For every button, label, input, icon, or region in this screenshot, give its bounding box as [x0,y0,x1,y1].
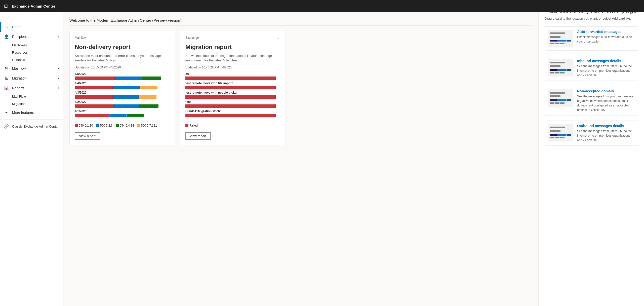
main-content: Welcome to the Modern Exchange Admin Cen… [63,12,538,306]
panel-card-outbound: Outbound messages details See the messag… [545,121,638,146]
ndr-more-button[interactable]: ··· [167,36,170,41]
sidebar-classic-label: Classic Exchange Admin Cent... [12,125,59,128]
ndr-category: Mail flow [75,36,87,40]
reports-icon: 📊 [4,86,9,90]
sidebar-label-more: More features [12,110,59,114]
inbound-info: Inbound messages details See the message… [577,59,635,78]
migration-view-report-button[interactable]: View report [185,132,211,140]
sidebar-item-reports[interactable]: 📊 Reports ∧ [0,83,63,93]
sidebar-item-recipients[interactable]: 👤 Recipients ∨ [0,32,63,42]
sidebar-item-migration[interactable]: ⊞ Migration ∨ [0,73,63,83]
recipients-submenu: Mailboxes Resources Contacts [0,42,63,63]
migration-card: Exchange ··· Migration report Shows the … [180,31,286,145]
app-title: Exchange Admin Center [12,4,55,8]
migration-footer: View report [185,132,280,140]
migration-more-button[interactable]: ··· [277,36,280,41]
non-accepted-thumb [548,89,573,107]
inbound-title[interactable]: Inbound messages details [577,59,635,63]
non-accepted-title[interactable]: Non-accepted domain [577,89,635,93]
chevron-down-icon-2: ∨ [57,67,59,70]
grid-icon[interactable]: ⊞ [4,3,8,9]
sidebar: ☰ ⌂ Home 👤 Recipients ∨ Mailboxes Resour… [0,12,63,306]
sidebar-label-reports: Reports [12,86,54,90]
ndr-footer: View report [75,132,170,140]
hamburger-icon[interactable]: ☰ [0,12,63,22]
sidebar-item-home[interactable]: ⌂ Home [0,22,63,32]
non-accepted-desc: See the messages from your on-premises o… [577,94,635,112]
legend-550-110: 550 5.1.10 [79,124,93,127]
ndr-updated: Updated on 10:15:09 PM 4/6/2020 [75,66,170,69]
outbound-thumb [548,124,573,141]
auto-forwarded-desc: Check messages auto-forwarded outside yo… [577,35,635,44]
outbound-desc: See the messages from Office 365 to the … [577,129,635,142]
legend-failed: Failed [189,124,198,127]
auto-forwarded-info: Auto-forwarded messages Check messages a… [577,30,635,44]
page-welcome: Welcome to the Modern Exchange Admin Cen… [69,18,532,26]
outbound-info: Outbound messages details See the messag… [577,124,635,142]
legend-554-414: 554 5.4.14 [120,124,134,127]
inbound-thumb [548,59,573,76]
legend-550-23: 550 5.2.3 [100,124,113,127]
sidebar-item-mailflow[interactable]: ✉ Mail flow ∨ [0,63,63,73]
ndr-card-header: Mail flow ··· [75,36,170,41]
panel-card-non-accepted: Non-accepted domain See the messages fro… [545,86,638,116]
sidebar-item-resources[interactable]: Resources [12,49,63,56]
reports-submenu: Mail Flow Migration [0,93,63,107]
cards-grid: Mail flow ··· Non-delivery report Shows … [69,31,286,145]
more-icon: ⋯ [4,110,9,115]
chevron-down-icon-3: ∨ [57,77,59,80]
sidebar-item-mailflow-report[interactable]: Mail Flow [12,93,63,100]
sidebar-item-more-features[interactable]: ⋯ More features [0,107,63,117]
classic-icon: 🔗 [4,124,9,129]
sidebar-label-mailflow: Mail flow [12,66,54,70]
migration-category: Exchange [185,36,199,40]
ndr-title: Non-delivery report [75,44,170,51]
migration-legend: Failed [185,124,280,127]
sidebar-classic-link[interactable]: 🔗 Classic Exchange Admin Cent... [0,122,63,131]
ndr-view-report-button[interactable]: View report [75,132,100,140]
sidebar-label-recipients: Recipients [12,35,54,39]
home-icon: ⌂ [4,25,9,29]
sidebar-item-migration-report[interactable]: Migration [12,100,63,107]
ndr-legend: 550 5.1.10 550 5.2.3 554 5.4.14 550 5.7.… [75,124,170,127]
right-panel: ✕ Add cards to your home page Drag a car… [538,0,644,306]
chevron-down-icon-4: ∧ [57,87,59,89]
recipients-icon: 👤 [4,34,9,39]
ndr-desc: Shows the most-encountered error codes f… [75,54,170,63]
non-accepted-info: Non-accepted domain See the messages fro… [577,89,635,112]
migration-desc: Shows the status of the migration batche… [185,54,280,63]
panel-card-auto-forwarded: Auto-forwarded messages Check messages a… [545,26,638,51]
migration-updated: Updated on 10:46:28 PM 4/6/2020 [185,66,280,69]
sidebar-label-migration: Migration [12,76,54,80]
topbar: ⊞ Exchange Admin Center [0,0,644,12]
sidebar-item-mailboxes[interactable]: Mailboxes [12,42,63,49]
sidebar-label-home: Home [12,25,59,29]
sidebar-item-contacts[interactable]: Contacts [12,56,63,63]
outbound-title[interactable]: Outbound messages details [577,124,635,128]
migration-icon: ⊞ [4,76,9,81]
auto-forwarded-thumb [548,30,573,47]
sidebar-divider [0,119,63,120]
ndr-card: Mail flow ··· Non-delivery report Shows … [69,31,175,145]
chevron-down-icon: ∨ [57,35,59,38]
migration-title: Migration report [185,44,280,51]
legend-550-7121: 550 5.7.121 [141,124,157,127]
mailflow-icon: ✉ [4,66,9,71]
migration-bars: ss test remote move with file import tes… [185,72,280,119]
inbound-desc: See the messages from Office 365 to the … [577,64,635,78]
panel-subtitle: Drag a card to the location you want, or… [545,17,638,20]
auto-forwarded-title[interactable]: Auto-forwarded messages [577,30,635,34]
panel-card-inbound: Inbound messages details See the message… [545,56,638,81]
ndr-bars: 4/5/2020 4/4/2020 4/3/ [75,72,170,119]
migration-card-header: Exchange ··· [185,36,280,41]
